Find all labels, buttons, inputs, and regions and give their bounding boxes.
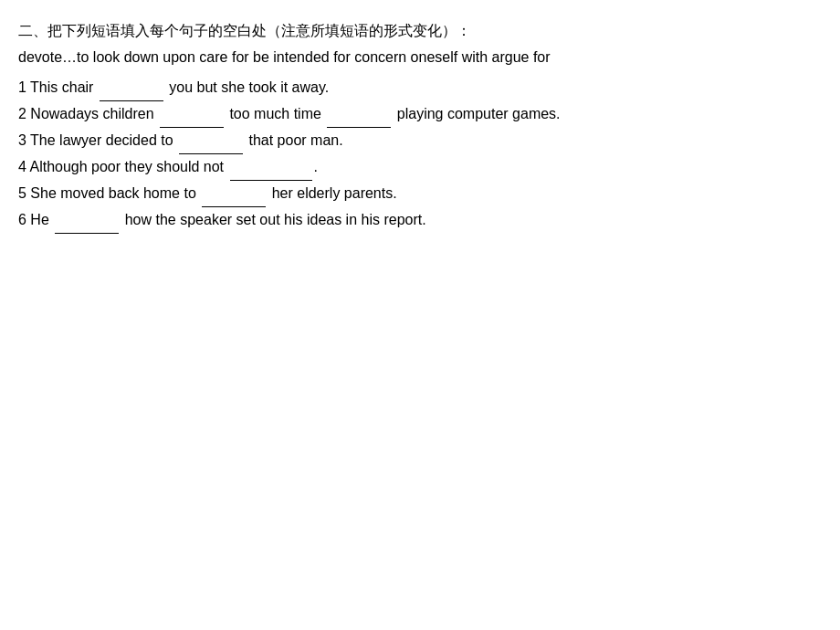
sentence-1-rest: you but she took it away. (165, 79, 329, 95)
sentence-3-num: 3 The lawyer decided to (18, 132, 177, 148)
sentence-4-rest: . (314, 159, 318, 174)
sentence-2-num: 2 Nowadays children (18, 106, 158, 121)
phrase-list: devote…to look down upon care for be int… (18, 45, 822, 69)
sentence-6: 6 He how the speaker set out his ideas i… (18, 207, 822, 234)
sentence-5: 5 She moved back home to her elderly par… (18, 181, 822, 207)
sentence-5-rest: her elderly parents. (268, 185, 396, 201)
sentence-3-rest: that poor man. (245, 132, 343, 148)
blank-5-1[interactable] (202, 181, 266, 207)
sentence-1-num: 1 This chair (18, 79, 98, 95)
blank-1-1[interactable] (100, 75, 163, 101)
sentence-4: 4 Although poor they should not . (18, 154, 822, 181)
blank-4-1[interactable] (230, 154, 312, 181)
sentence-2-rest: playing computer games. (393, 106, 560, 121)
blank-2-2[interactable] (327, 101, 391, 128)
section-title: 二、把下列短语填入每个句子的空白处（注意所填短语的形式变化）： (18, 18, 822, 43)
sentence-3: 3 The lawyer decided to that poor man. (18, 128, 822, 154)
sentence-6-num: 6 He (18, 212, 53, 227)
sentence-2-mid: too much time (226, 106, 325, 121)
blank-2-1[interactable] (160, 101, 224, 128)
sentence-block: 1 This chair you but she took it away. 2… (18, 75, 822, 234)
blank-3-1[interactable] (179, 128, 243, 154)
blank-6-1[interactable] (55, 207, 119, 234)
sentence-4-num: 4 Although poor they should not (18, 159, 228, 174)
sentence-5-num: 5 She moved back home to (18, 185, 200, 201)
sentence-6-rest: how the speaker set out his ideas in his… (121, 212, 425, 227)
sentence-2: 2 Nowadays children too much time playin… (18, 101, 822, 128)
main-content: 二、把下列短语填入每个句子的空白处（注意所填短语的形式变化）： devote…t… (18, 18, 822, 234)
sentence-1: 1 This chair you but she took it away. (18, 75, 822, 101)
